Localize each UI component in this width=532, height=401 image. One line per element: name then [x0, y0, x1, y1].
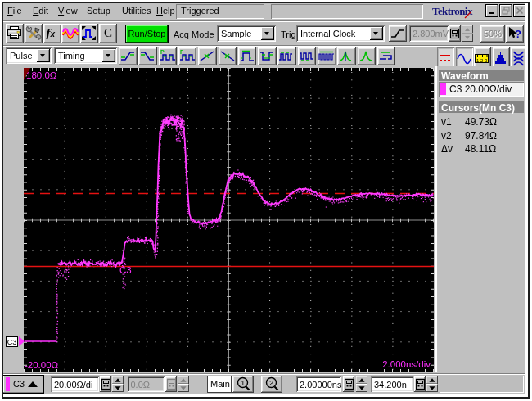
svg-text:1 2 3: 1 2 3: [476, 58, 488, 63]
svg-text:P: P: [160, 49, 165, 55]
svg-text:2: 2: [269, 378, 273, 387]
svg-text:-20.00Ω: -20.00Ω: [25, 360, 59, 370]
svg-text:C3: C3: [119, 265, 132, 275]
svg-text:180.0Ω: 180.0Ω: [26, 70, 57, 80]
svg-text:2.000ns/div: 2.000ns/div: [382, 359, 431, 369]
svg-text:F: F: [180, 49, 184, 55]
svg-text:?: ?: [515, 28, 521, 40]
svg-text:1: 1: [241, 378, 245, 387]
